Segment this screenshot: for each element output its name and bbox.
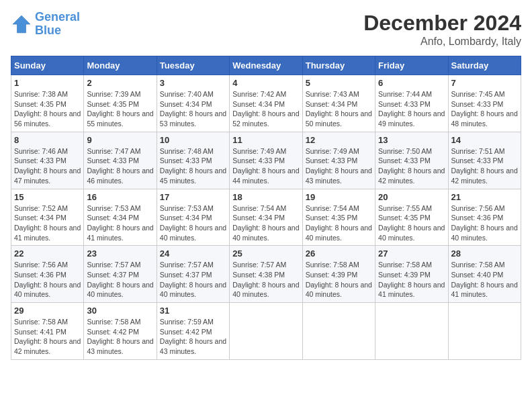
- calendar-cell: 19Sunrise: 7:54 AMSunset: 4:35 PMDayligh…: [302, 189, 375, 246]
- day-info: Sunrise: 7:53 AMSunset: 4:34 PMDaylight:…: [160, 203, 226, 243]
- day-number: 22: [14, 248, 81, 259]
- calendar-cell: [302, 303, 375, 360]
- weekday-header-sunday: Sunday: [11, 56, 84, 75]
- day-number: 18: [232, 192, 299, 202]
- day-info: Sunrise: 7:48 AMSunset: 4:33 PMDaylight:…: [160, 146, 226, 186]
- day-info: Sunrise: 7:49 AMSunset: 4:33 PMDaylight:…: [306, 146, 372, 186]
- calendar-cell: 24Sunrise: 7:57 AMSunset: 4:37 PMDayligh…: [157, 246, 229, 303]
- calendar-cell: 16Sunrise: 7:53 AMSunset: 4:34 PMDayligh…: [84, 189, 157, 246]
- day-info: Sunrise: 7:50 AMSunset: 4:33 PMDaylight:…: [378, 146, 445, 186]
- day-number: 25: [232, 248, 299, 259]
- day-number: 29: [14, 306, 81, 316]
- weekday-header-thursday: Thursday: [302, 56, 375, 75]
- day-info: Sunrise: 7:47 AMSunset: 4:33 PMDaylight:…: [87, 146, 153, 186]
- day-number: 28: [451, 248, 518, 259]
- month-title: December 2024: [363, 11, 521, 36]
- day-info: Sunrise: 7:52 AMSunset: 4:34 PMDaylight:…: [14, 203, 81, 243]
- day-info: Sunrise: 7:56 AMSunset: 4:36 PMDaylight:…: [451, 203, 518, 243]
- day-info: Sunrise: 7:54 AMSunset: 4:34 PMDaylight:…: [232, 203, 299, 243]
- day-number: 31: [160, 306, 226, 316]
- day-number: 21: [451, 192, 518, 202]
- calendar-cell: 1Sunrise: 7:38 AMSunset: 4:35 PMDaylight…: [11, 75, 84, 132]
- day-number: 1: [14, 78, 81, 88]
- day-number: 27: [378, 248, 445, 259]
- day-info: Sunrise: 7:58 AMSunset: 4:39 PMDaylight:…: [378, 260, 445, 300]
- day-info: Sunrise: 7:44 AMSunset: 4:33 PMDaylight:…: [378, 89, 445, 129]
- day-number: 14: [451, 135, 518, 145]
- calendar-cell: 31Sunrise: 7:59 AMSunset: 4:42 PMDayligh…: [157, 303, 229, 360]
- day-number: 13: [378, 135, 445, 145]
- calendar-cell: 8Sunrise: 7:46 AMSunset: 4:33 PMDaylight…: [11, 132, 84, 189]
- day-number: 8: [14, 135, 81, 145]
- location-title: Anfo, Lombardy, Italy: [363, 36, 521, 48]
- day-number: 5: [306, 78, 372, 88]
- day-info: Sunrise: 7:55 AMSunset: 4:35 PMDaylight:…: [378, 203, 445, 243]
- day-number: 4: [232, 78, 299, 88]
- calendar-cell: 13Sunrise: 7:50 AMSunset: 4:33 PMDayligh…: [375, 132, 448, 189]
- calendar-cell: 21Sunrise: 7:56 AMSunset: 4:36 PMDayligh…: [448, 189, 521, 246]
- day-number: 9: [87, 135, 153, 145]
- weekday-header-tuesday: Tuesday: [157, 56, 229, 75]
- calendar-cell: 25Sunrise: 7:57 AMSunset: 4:38 PMDayligh…: [230, 246, 302, 303]
- day-number: 3: [160, 78, 226, 88]
- day-info: Sunrise: 7:58 AMSunset: 4:39 PMDaylight:…: [306, 260, 372, 300]
- day-info: Sunrise: 7:38 AMSunset: 4:35 PMDaylight:…: [14, 89, 81, 129]
- calendar-cell: 17Sunrise: 7:53 AMSunset: 4:34 PMDayligh…: [157, 189, 229, 246]
- day-info: Sunrise: 7:58 AMSunset: 4:41 PMDaylight:…: [14, 317, 81, 357]
- calendar-cell: 30Sunrise: 7:58 AMSunset: 4:42 PMDayligh…: [84, 303, 157, 360]
- calendar-cell: 26Sunrise: 7:58 AMSunset: 4:39 PMDayligh…: [302, 246, 375, 303]
- week-row-4: 22Sunrise: 7:56 AMSunset: 4:36 PMDayligh…: [11, 246, 521, 303]
- day-number: 24: [160, 248, 226, 259]
- logo-icon: [11, 13, 32, 35]
- day-info: Sunrise: 7:57 AMSunset: 4:37 PMDaylight:…: [160, 260, 226, 300]
- day-info: Sunrise: 7:46 AMSunset: 4:33 PMDaylight:…: [14, 146, 81, 186]
- day-info: Sunrise: 7:56 AMSunset: 4:36 PMDaylight:…: [14, 260, 81, 300]
- day-info: Sunrise: 7:43 AMSunset: 4:34 PMDaylight:…: [306, 89, 372, 129]
- calendar-cell: 3Sunrise: 7:40 AMSunset: 4:34 PMDaylight…: [157, 75, 229, 132]
- day-info: Sunrise: 7:53 AMSunset: 4:34 PMDaylight:…: [87, 203, 153, 243]
- day-info: Sunrise: 7:42 AMSunset: 4:34 PMDaylight:…: [232, 89, 299, 129]
- day-number: 20: [378, 192, 445, 202]
- day-number: 12: [306, 135, 372, 145]
- day-info: Sunrise: 7:51 AMSunset: 4:33 PMDaylight:…: [451, 146, 518, 186]
- calendar-cell: 9Sunrise: 7:47 AMSunset: 4:33 PMDaylight…: [84, 132, 157, 189]
- day-number: 30: [87, 306, 153, 316]
- calendar-cell: 29Sunrise: 7:58 AMSunset: 4:41 PMDayligh…: [11, 303, 84, 360]
- day-info: Sunrise: 7:58 AMSunset: 4:40 PMDaylight:…: [451, 260, 518, 300]
- day-info: Sunrise: 7:39 AMSunset: 4:35 PMDaylight:…: [87, 89, 153, 129]
- day-info: Sunrise: 7:54 AMSunset: 4:35 PMDaylight:…: [306, 203, 372, 243]
- logo-text: General Blue: [35, 11, 80, 38]
- day-info: Sunrise: 7:49 AMSunset: 4:33 PMDaylight:…: [232, 146, 299, 186]
- title-section: December 2024 Anfo, Lombardy, Italy: [363, 11, 521, 48]
- day-number: 6: [378, 78, 445, 88]
- calendar-cell: 18Sunrise: 7:54 AMSunset: 4:34 PMDayligh…: [230, 189, 302, 246]
- day-info: Sunrise: 7:58 AMSunset: 4:42 PMDaylight:…: [87, 317, 153, 357]
- day-info: Sunrise: 7:57 AMSunset: 4:37 PMDaylight:…: [87, 260, 153, 300]
- calendar-cell: 28Sunrise: 7:58 AMSunset: 4:40 PMDayligh…: [448, 246, 521, 303]
- day-info: Sunrise: 7:45 AMSunset: 4:33 PMDaylight:…: [451, 89, 518, 129]
- calendar-cell: [230, 303, 302, 360]
- day-info: Sunrise: 7:59 AMSunset: 4:42 PMDaylight:…: [160, 317, 226, 357]
- weekday-header-friday: Friday: [375, 56, 448, 75]
- day-number: 10: [160, 135, 226, 145]
- week-row-1: 1Sunrise: 7:38 AMSunset: 4:35 PMDaylight…: [11, 75, 521, 132]
- day-number: 2: [87, 78, 153, 88]
- calendar-cell: 22Sunrise: 7:56 AMSunset: 4:36 PMDayligh…: [11, 246, 84, 303]
- weekday-header-monday: Monday: [84, 56, 157, 75]
- day-info: Sunrise: 7:40 AMSunset: 4:34 PMDaylight:…: [160, 89, 226, 129]
- week-row-3: 15Sunrise: 7:52 AMSunset: 4:34 PMDayligh…: [11, 189, 521, 246]
- week-row-5: 29Sunrise: 7:58 AMSunset: 4:41 PMDayligh…: [11, 303, 521, 360]
- calendar-cell: 6Sunrise: 7:44 AMSunset: 4:33 PMDaylight…: [375, 75, 448, 132]
- weekday-header-saturday: Saturday: [448, 56, 521, 75]
- calendar-cell: 2Sunrise: 7:39 AMSunset: 4:35 PMDaylight…: [84, 75, 157, 132]
- day-number: 16: [87, 192, 153, 202]
- day-number: 15: [14, 192, 81, 202]
- header: General Blue December 2024 Anfo, Lombard…: [11, 11, 521, 48]
- day-number: 19: [306, 192, 372, 202]
- calendar-cell: [375, 303, 448, 360]
- calendar-cell: 23Sunrise: 7:57 AMSunset: 4:37 PMDayligh…: [84, 246, 157, 303]
- calendar-table: SundayMondayTuesdayWednesdayThursdayFrid…: [11, 56, 521, 360]
- day-number: 11: [232, 135, 299, 145]
- logo: General Blue: [11, 11, 80, 38]
- calendar-cell: 10Sunrise: 7:48 AMSunset: 4:33 PMDayligh…: [157, 132, 229, 189]
